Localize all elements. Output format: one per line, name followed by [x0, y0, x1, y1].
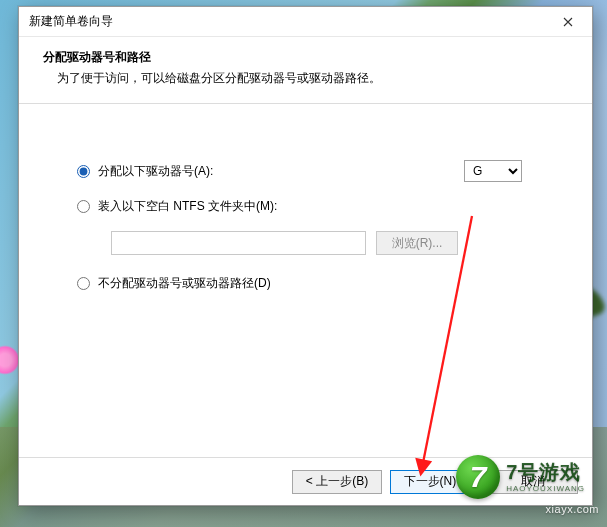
watermark-url: xiayx.com — [546, 503, 599, 515]
watermark-badge-icon: 7 — [456, 455, 500, 499]
option-assign-row: 分配以下驱动器号(A): G — [77, 160, 552, 182]
back-button[interactable]: < 上一步(B) — [292, 470, 382, 494]
mount-folder-radio[interactable] — [77, 200, 90, 213]
page-title: 分配驱动器号和路径 — [43, 49, 568, 66]
watermark-sub-text: HAOYOUXIWANG — [506, 485, 585, 493]
watermark-logo: 7 7号游戏 HAOYOUXIWANG — [456, 455, 585, 499]
no-assign-radio[interactable] — [77, 277, 90, 290]
close-button[interactable] — [546, 8, 590, 36]
option-none-row: 不分配驱动器号或驱动器路径(D) — [77, 275, 552, 292]
titlebar: 新建简单卷向导 — [19, 7, 592, 37]
close-icon — [563, 17, 573, 27]
wizard-header: 分配驱动器号和路径 为了便于访问，可以给磁盘分区分配驱动器号或驱动器路径。 — [19, 37, 592, 104]
no-assign-label[interactable]: 不分配驱动器号或驱动器路径(D) — [98, 275, 271, 292]
mount-path-row: 浏览(R)... — [111, 231, 552, 255]
browse-button: 浏览(R)... — [376, 231, 458, 255]
wizard-content: 分配以下驱动器号(A): G 装入以下空白 NTFS 文件夹中(M): 浏览(R… — [19, 104, 592, 457]
mount-folder-label[interactable]: 装入以下空白 NTFS 文件夹中(M): — [98, 198, 277, 215]
watermark-main-text: 7号游戏 — [506, 462, 585, 482]
page-subtitle: 为了便于访问，可以给磁盘分区分配驱动器号或驱动器路径。 — [57, 70, 568, 87]
mount-path-input — [111, 231, 366, 255]
drive-letter-select[interactable]: G — [464, 160, 522, 182]
window-title: 新建简单卷向导 — [29, 13, 546, 30]
option-mount-row: 装入以下空白 NTFS 文件夹中(M): — [77, 198, 552, 215]
wizard-window: 新建简单卷向导 分配驱动器号和路径 为了便于访问，可以给磁盘分区分配驱动器号或驱… — [18, 6, 593, 506]
assign-drive-radio[interactable] — [77, 165, 90, 178]
assign-drive-label[interactable]: 分配以下驱动器号(A): — [98, 163, 213, 180]
